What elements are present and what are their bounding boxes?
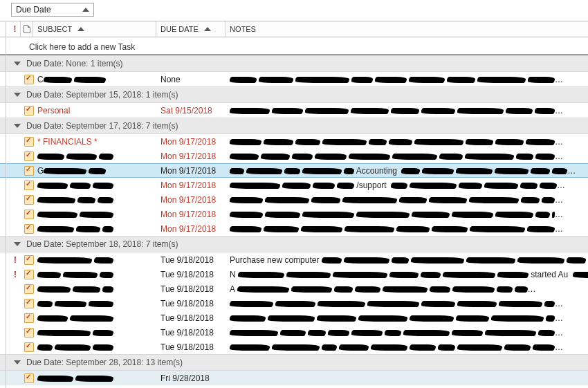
task-row[interactable]: Mon 9/17/2018… bbox=[0, 221, 588, 236]
task-due-date: Mon 9/17/2018 bbox=[160, 224, 230, 234]
task-row[interactable]: Mon 9/17/2018… bbox=[0, 207, 588, 221]
task-subject bbox=[37, 210, 160, 219]
task-icon bbox=[24, 106, 34, 116]
group-header[interactable]: Due Date: September 15, 2018: 1 item(s) bbox=[0, 86, 588, 103]
task-subject: Personal bbox=[37, 106, 160, 116]
sort-field-label: Due Date bbox=[16, 5, 51, 15]
collapse-icon bbox=[14, 360, 21, 364]
task-icon bbox=[24, 166, 34, 176]
task-due-date: Mon 9/17/2018 bbox=[160, 151, 230, 161]
task-due-date: Mon 9/17/2018 bbox=[160, 137, 230, 147]
task-icon bbox=[24, 224, 34, 234]
column-header-duedate[interactable]: Due Date bbox=[156, 21, 226, 37]
task-subject bbox=[37, 328, 160, 338]
task-row[interactable]: GMon 9/17/2018 Accounting … bbox=[0, 163, 588, 178]
task-notes: N started Au … bbox=[230, 270, 588, 279]
task-due-date: Mon 9/17/2018 bbox=[160, 210, 230, 219]
priority-icon: ! bbox=[14, 24, 17, 34]
group-title: Due Date: September 18, 2018: 7 item(s) bbox=[26, 239, 178, 249]
priority-high-icon: ! bbox=[14, 255, 17, 264]
task-notes: … bbox=[230, 195, 588, 205]
task-row[interactable]: Tue 9/18/2018… bbox=[0, 340, 588, 354]
task-subject bbox=[37, 299, 160, 308]
task-subject: * FINANCIALS * bbox=[37, 137, 160, 147]
task-row[interactable]: Tue 9/18/2018A … bbox=[0, 281, 588, 296]
task-due-date: Mon 9/17/2018 bbox=[160, 195, 230, 205]
task-row[interactable]: Tue 9/18/2018… bbox=[0, 325, 588, 340]
task-notes: … bbox=[230, 224, 588, 234]
task-icon bbox=[24, 181, 34, 190]
task-subject: G bbox=[37, 166, 160, 176]
group-header[interactable]: Due Date: None: 1 item(s) bbox=[0, 55, 588, 72]
group-title: Due Date: September 28, 2018: 13 item(s) bbox=[26, 358, 183, 367]
group-header[interactable]: Due Date: September 17, 2018: 7 item(s) bbox=[0, 118, 588, 134]
task-row[interactable]: Fri 9/28/2018 minerals to an … bbox=[0, 385, 588, 388]
task-subject bbox=[37, 151, 160, 161]
task-notes: … bbox=[230, 342, 588, 352]
task-due-date: Mon 9/17/2018 bbox=[160, 181, 230, 190]
task-icon bbox=[24, 210, 34, 219]
task-due-date: Tue 9/18/2018 bbox=[160, 299, 230, 308]
column-header-notes[interactable]: Notes bbox=[226, 21, 588, 37]
task-row[interactable]: Tue 9/18/2018… bbox=[0, 296, 588, 311]
task-icon bbox=[24, 270, 34, 279]
column-header-subject[interactable]: Subject bbox=[33, 21, 156, 37]
task-row[interactable]: Tue 9/18/2018… bbox=[0, 311, 588, 325]
task-icon bbox=[24, 313, 34, 323]
task-notes: … bbox=[230, 313, 588, 323]
task-due-date: Tue 9/18/2018 bbox=[160, 255, 230, 265]
collapse-icon bbox=[14, 93, 21, 97]
task-due-date: Tue 9/18/2018 bbox=[160, 284, 230, 294]
task-row[interactable]: Fri 9/28/2018 bbox=[0, 371, 588, 385]
task-subject: C bbox=[37, 75, 160, 84]
task-icon bbox=[24, 195, 34, 205]
task-notes: A … bbox=[230, 284, 588, 294]
sort-asc-icon bbox=[77, 27, 84, 31]
task-icon bbox=[24, 299, 34, 308]
priority-high-icon: ! bbox=[14, 270, 17, 279]
column-header-type[interactable] bbox=[21, 21, 33, 37]
group-header[interactable]: Due Date: September 28, 2018: 13 item(s) bbox=[0, 354, 588, 371]
task-row[interactable]: Mon 9/17/2018… bbox=[0, 149, 588, 163]
task-due-date: Tue 9/18/2018 bbox=[160, 342, 230, 352]
task-row[interactable]: Mon 9/17/2018 /support … bbox=[0, 178, 588, 192]
task-subject bbox=[37, 284, 160, 294]
task-notes: … bbox=[230, 328, 588, 338]
task-row[interactable]: * FINANCIALS *Mon 9/17/2018… bbox=[0, 134, 588, 149]
task-icon bbox=[24, 75, 34, 84]
task-subject bbox=[37, 313, 160, 323]
sort-field-dropdown[interactable]: Due Date bbox=[11, 3, 94, 17]
task-row[interactable]: CNone… bbox=[0, 72, 588, 86]
collapse-icon bbox=[14, 124, 21, 128]
task-subject bbox=[37, 255, 160, 265]
task-due-date: Tue 9/18/2018 bbox=[160, 270, 230, 279]
column-header-row: ! Subject Due Date Notes bbox=[0, 21, 588, 37]
task-notes: … bbox=[230, 106, 588, 116]
task-icon bbox=[24, 137, 34, 147]
collapse-icon bbox=[14, 62, 21, 66]
group-header[interactable]: Due Date: September 18, 2018: 7 item(s) bbox=[0, 236, 588, 252]
task-subject bbox=[37, 195, 160, 205]
task-row[interactable]: PersonalSat 9/15/2018… bbox=[0, 103, 588, 118]
task-icon bbox=[24, 255, 34, 265]
task-row[interactable]: Mon 9/17/2018… bbox=[0, 192, 588, 207]
task-subject bbox=[37, 270, 160, 279]
task-notes: Accounting … bbox=[230, 166, 588, 176]
add-task-row[interactable]: Click here to add a new Task bbox=[0, 40, 588, 55]
task-icon bbox=[24, 284, 34, 294]
group-title: Due Date: September 17, 2018: 7 item(s) bbox=[26, 121, 178, 131]
group-title: Due Date: September 15, 2018: 1 item(s) bbox=[26, 90, 178, 100]
task-due-date: Tue 9/18/2018 bbox=[160, 313, 230, 323]
task-notes: Purchase new computer … bbox=[230, 255, 588, 265]
task-icon bbox=[24, 342, 34, 352]
task-row[interactable]: !Tue 9/18/2018N started Au … bbox=[0, 267, 588, 281]
task-notes: … bbox=[230, 210, 588, 219]
task-icon bbox=[24, 373, 34, 383]
column-header-priority[interactable]: ! bbox=[10, 21, 21, 37]
task-due-date: None bbox=[160, 75, 230, 84]
task-row[interactable]: !Tue 9/18/2018Purchase new computer … bbox=[0, 252, 588, 267]
group-title: Due Date: None: 1 item(s) bbox=[26, 59, 122, 68]
task-due-date: Mon 9/17/2018 bbox=[160, 166, 230, 176]
collapse-icon bbox=[14, 242, 21, 246]
task-subject bbox=[37, 181, 160, 190]
